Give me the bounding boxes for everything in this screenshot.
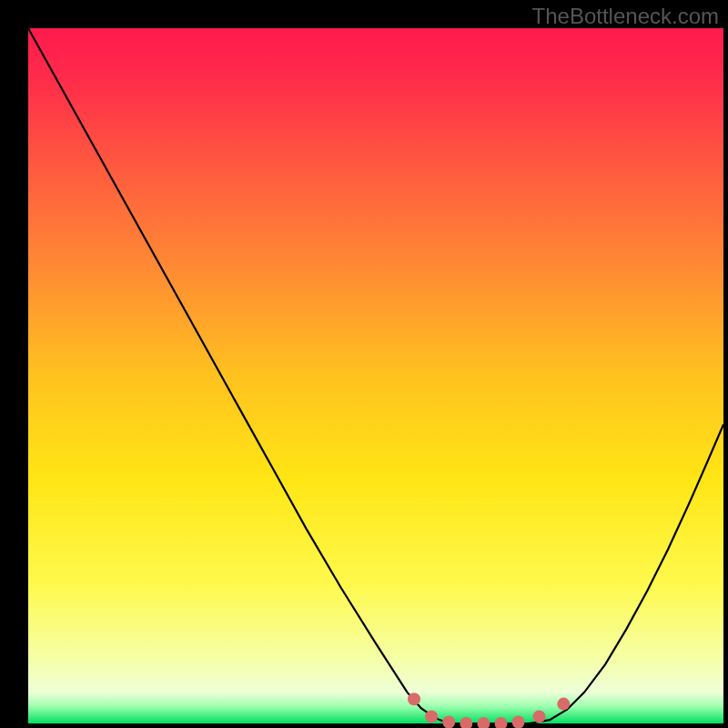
bottleneck-chart (0, 0, 728, 728)
flat-marker (557, 698, 570, 711)
flat-marker (512, 716, 525, 729)
flat-marker (533, 710, 546, 723)
flat-marker (408, 693, 420, 705)
watermark-text: TheBottleneck.com (532, 4, 719, 29)
flat-marker (425, 710, 438, 723)
flat-marker (442, 716, 455, 729)
chart-background-gradient (28, 28, 723, 723)
